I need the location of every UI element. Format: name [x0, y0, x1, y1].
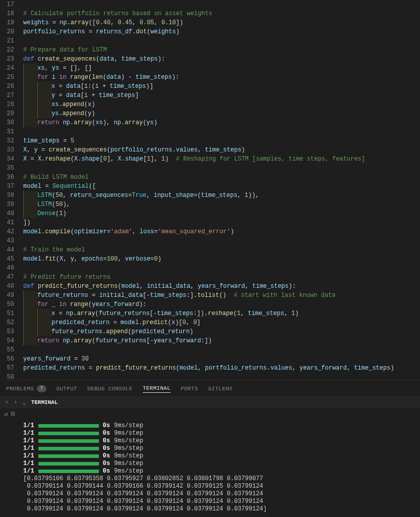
chevron-down-icon[interactable]: ⌄ [22, 399, 26, 406]
terminal-line: 0.03799124 0.03799124 0.03799124 0.03799… [23, 490, 420, 498]
terminal-line: 0.03799124 0.03799124 0.03799124 0.03799… [23, 505, 420, 513]
code-line[interactable]: 41]) [0, 218, 420, 227]
terminal-header: › › ⌄ TERMINAL [0, 396, 420, 408]
tab-output[interactable]: OUTPUT [57, 386, 77, 392]
code-line[interactable]: 32time_steps = 5 [0, 136, 420, 145]
code-content [23, 236, 420, 245]
code-content: weights = np.array([0.40, 0.45, 0.05, 0.… [23, 18, 420, 27]
code-content: xs, ys = [], [] [23, 64, 420, 73]
code-line[interactable]: 57predicted_returns = predict_future_ret… [0, 364, 420, 373]
line-number: 26 [0, 82, 23, 91]
tab-terminal[interactable]: TERMINAL [143, 385, 171, 393]
code-line[interactable]: 40Dense(1) [0, 209, 420, 218]
terminal-output[interactable]: 1/10s 9ms/step1/10s 9ms/step1/10s 9ms/st… [0, 420, 420, 517]
code-line[interactable]: 58 [0, 373, 420, 380]
code-content: predicted_return = model.predict(x)[0, 0… [23, 318, 420, 327]
code-line[interactable]: 51x = np.array(future_returns[-time_step… [0, 309, 420, 318]
line-number: 51 [0, 309, 23, 318]
tab-problems[interactable]: PROBLEMS 7 [6, 385, 46, 392]
copy-icon[interactable]: ⧉ [11, 410, 15, 418]
panel-tabs: PROBLEMS 7 OUTPUT DEBUG CONSOLE TERMINAL… [0, 380, 420, 396]
code-line[interactable]: 29ys.append(y) [0, 109, 420, 118]
code-line[interactable]: 46 [0, 264, 420, 273]
problems-count-badge: 7 [37, 385, 46, 392]
code-line[interactable]: 52predicted_return = model.predict(x)[0,… [0, 318, 420, 327]
code-line[interactable]: 17 [0, 0, 420, 9]
code-line[interactable]: 35 [0, 164, 420, 173]
line-number: 58 [0, 373, 23, 380]
code-content: return np.array(xs), np.array(ys) [23, 118, 420, 127]
code-line[interactable]: 53future_returns.append(predicted_return… [0, 327, 420, 336]
tab-problems-label: PROBLEMS [6, 386, 34, 392]
code-line[interactable]: 54return np.array(future_returns[-years_… [0, 336, 420, 345]
code-content: model = Sequential([ [23, 182, 420, 191]
tab-ports[interactable]: PORTS [181, 386, 198, 392]
code-line[interactable]: 44# Train the model [0, 245, 420, 254]
code-content: predicted_returns = predict_future_retur… [23, 364, 420, 373]
chevron-right-icon[interactable]: › [5, 399, 9, 406]
history-icon[interactable]: ↺ [4, 410, 8, 418]
line-number: 52 [0, 318, 23, 327]
code-line[interactable]: 34X = X.reshape(X.shape[0], X.shape[1], … [0, 154, 420, 164]
terminal-line: 0.03799124 0.03799124 0.03799124 0.03799… [23, 498, 420, 505]
line-number: 19 [0, 18, 23, 27]
code-line[interactable]: 24xs, ys = [], [] [0, 64, 420, 73]
terminal-side-icons: ↺ ⧉ [0, 408, 420, 420]
code-line[interactable]: 20portfolio_returns = returns_df.dot(wei… [0, 27, 420, 36]
line-number: 43 [0, 236, 23, 245]
code-line[interactable]: 21 [0, 36, 420, 45]
code-line[interactable]: 31 [0, 127, 420, 136]
code-line[interactable]: 27y = data[i + time_steps] [0, 91, 420, 100]
code-line[interactable]: 48def predict_future_returns(model, init… [0, 282, 420, 291]
line-number: 34 [0, 154, 23, 164]
code-content: LSTM(50), [23, 200, 420, 209]
terminal-title: TERMINAL [31, 399, 58, 405]
code-line[interactable]: 47# Predict future returns [0, 273, 420, 282]
code-content: x = data[i:(i + time_steps)] [23, 82, 420, 91]
code-content: ys.append(y) [23, 109, 420, 118]
line-number: 50 [0, 300, 23, 309]
code-editor[interactable]: 1718# Calculate portfolio returns based … [0, 0, 420, 380]
code-line[interactable]: 42model.compile(optimizer='adam', loss='… [0, 227, 420, 236]
code-line[interactable]: 23def create_sequences(data, time_steps)… [0, 55, 420, 64]
code-line[interactable]: 19weights = np.array([0.40, 0.45, 0.05, … [0, 18, 420, 27]
code-line[interactable]: 55 [0, 345, 420, 354]
progress-row: 1/10s 9ms/step [23, 437, 420, 445]
progress-bar-icon [38, 424, 99, 428]
code-line[interactable]: 36# Build LSTM model [0, 173, 420, 182]
code-line[interactable]: 50for _ in range(years_forward): [0, 300, 420, 309]
code-line[interactable]: 25for i in range(len(data) - time_steps)… [0, 73, 420, 82]
line-number: 46 [0, 264, 23, 273]
code-line[interactable]: 26x = data[i:(i + time_steps)] [0, 82, 420, 91]
code-line[interactable]: 37model = Sequential([ [0, 182, 420, 191]
progress-bar-icon [38, 432, 99, 435]
line-number: 56 [0, 354, 23, 364]
code-line[interactable]: 45model.fit(X, y, epochs=100, verbose=0) [0, 254, 420, 264]
chevron-right-icon[interactable]: › [14, 399, 17, 406]
line-number: 55 [0, 345, 23, 354]
progress-row: 1/10s 9ms/step [23, 445, 420, 452]
code-content: # Predict future returns [23, 273, 420, 282]
line-number: 45 [0, 254, 23, 264]
terminal-line: [0.03795106 0.03795358 0.03795927 0.0380… [23, 475, 420, 483]
line-number: 32 [0, 136, 23, 145]
code-line[interactable]: 30return np.array(xs), np.array(ys) [0, 118, 420, 127]
progress-bar-icon [38, 439, 99, 443]
line-number: 54 [0, 336, 23, 345]
code-line[interactable]: 49future_returns = initial_data[-time_st… [0, 291, 420, 300]
code-line[interactable]: 28xs.append(x) [0, 100, 420, 109]
code-line[interactable]: 38LSTM(50, return_sequences=True, input_… [0, 191, 420, 200]
code-line[interactable]: 39LSTM(50), [0, 200, 420, 209]
code-line[interactable]: 56years_forward = 30 [0, 354, 420, 364]
code-content: xs.append(x) [23, 100, 420, 109]
code-content: ]) [23, 218, 420, 227]
line-number: 21 [0, 36, 23, 45]
tab-debug-console[interactable]: DEBUG CONSOLE [87, 386, 133, 392]
tab-gitlens[interactable]: GITLENS [208, 386, 232, 392]
code-line[interactable]: 18# Calculate portfolio returns based on… [0, 9, 420, 18]
code-line[interactable]: 43 [0, 236, 420, 245]
progress-row: 1/10s 9ms/step [23, 452, 420, 460]
line-number: 40 [0, 209, 23, 218]
code-line[interactable]: 33X, y = create_sequences(portfolio_retu… [0, 145, 420, 154]
code-line[interactable]: 22# Prepare data for LSTM [0, 45, 420, 55]
